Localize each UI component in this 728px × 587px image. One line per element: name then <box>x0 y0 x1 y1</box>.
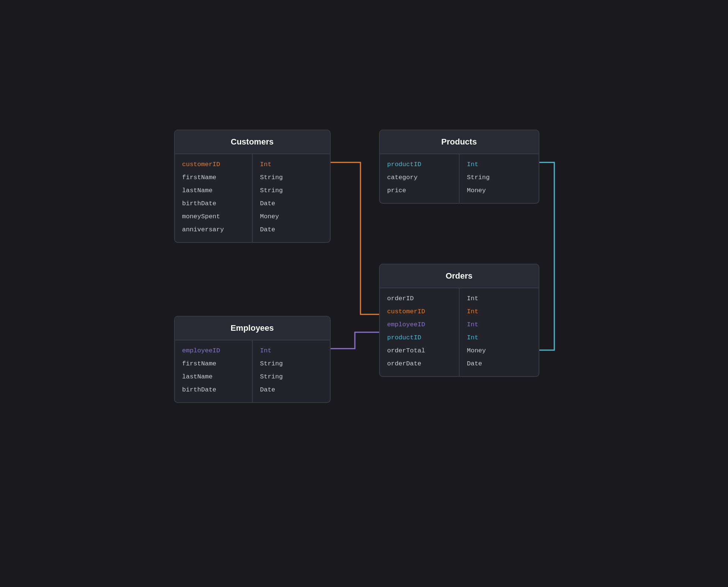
products-types-col: Int String Money <box>460 154 539 203</box>
table-row: Int <box>467 292 531 305</box>
table-row: moneySpent <box>182 210 245 223</box>
table-row: orderID <box>387 292 451 305</box>
table-row: lastName <box>182 370 245 383</box>
employees-table: Employees employeeID firstName lastName … <box>174 316 331 403</box>
products-table: Products productID category price Int St… <box>379 130 539 204</box>
customers-names-col: customerID firstName lastName birthDate … <box>175 154 253 242</box>
table-row: lastName <box>182 184 245 197</box>
table-row: employeeID <box>182 344 245 357</box>
customers-types-col: Int String String Date Money Date <box>253 154 330 242</box>
table-row: firstName <box>182 171 245 184</box>
table-row: birthDate <box>182 197 245 210</box>
employees-names-col: employeeID firstName lastName birthDate <box>175 340 253 402</box>
table-row: orderDate <box>387 357 451 370</box>
table-row: String <box>260 357 322 370</box>
customers-table: Customers customerID firstName lastName … <box>174 130 331 243</box>
diagram-container: Customers customerID firstName lastName … <box>159 107 569 480</box>
table-row: anniversary <box>182 223 245 236</box>
orders-types-col: Int Int Int Int Money Date <box>460 288 539 376</box>
table-row: productID <box>387 331 451 344</box>
table-row: Int <box>467 305 531 318</box>
table-row: firstName <box>182 357 245 370</box>
products-names-col: productID category price <box>380 154 460 203</box>
employees-title: Employees <box>175 317 330 340</box>
table-row: birthDate <box>182 383 245 396</box>
table-row: Int <box>467 158 531 171</box>
table-row: category <box>387 171 451 184</box>
table-row: Int <box>260 158 322 171</box>
table-row: Date <box>260 383 322 396</box>
table-row: Int <box>467 318 531 331</box>
products-title: Products <box>380 130 539 154</box>
table-row: customerID <box>182 158 245 171</box>
customers-title: Customers <box>175 130 330 154</box>
table-row: orderTotal <box>387 344 451 357</box>
orders-names-col: orderID customerID employeeID productID … <box>380 288 460 376</box>
table-row: employeeID <box>387 318 451 331</box>
orders-title: Orders <box>380 264 539 288</box>
table-row: Money <box>467 184 531 197</box>
table-row: Date <box>467 357 531 370</box>
table-row: productID <box>387 158 451 171</box>
table-row: String <box>260 370 322 383</box>
table-row: price <box>387 184 451 197</box>
table-row: Money <box>467 344 531 357</box>
orders-table: Orders orderID customerID employeeID pro… <box>379 264 539 377</box>
table-row: Date <box>260 223 322 236</box>
table-row: String <box>467 171 531 184</box>
table-row: Date <box>260 197 322 210</box>
table-row: String <box>260 184 322 197</box>
employees-types-col: Int String String Date <box>253 340 330 402</box>
table-row: Int <box>260 344 322 357</box>
table-row: Int <box>467 331 531 344</box>
table-row: Money <box>260 210 322 223</box>
table-row: String <box>260 171 322 184</box>
table-row: customerID <box>387 305 451 318</box>
